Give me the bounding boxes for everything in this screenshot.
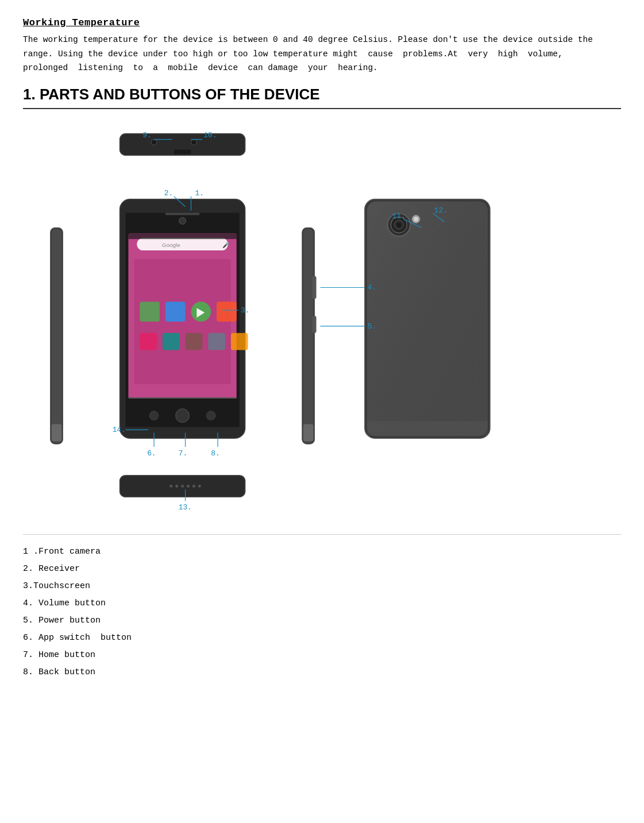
working-temperature-title: Working Temperature <box>23 17 621 28</box>
parts-list: 1 .Front camera 2. Receiver 3.Touchscree… <box>23 534 621 681</box>
list-item: 6. App switch button <box>23 629 621 647</box>
list-item: 4. Volume button <box>23 595 621 612</box>
svg-point-39 <box>198 485 201 488</box>
svg-text:11.: 11. <box>392 211 405 220</box>
svg-rect-13 <box>217 302 237 322</box>
svg-rect-30 <box>174 150 191 154</box>
svg-rect-1 <box>52 229 62 443</box>
svg-text:9.: 9. <box>142 131 151 140</box>
svg-point-34 <box>169 485 172 488</box>
svg-text:Google: Google <box>162 242 180 248</box>
svg-text:4.: 4. <box>368 283 376 292</box>
top-piece <box>120 134 245 156</box>
left-side-view <box>51 227 63 444</box>
svg-rect-17 <box>186 333 203 350</box>
svg-rect-18 <box>208 333 225 350</box>
svg-point-31 <box>151 140 157 145</box>
svg-rect-2 <box>52 424 62 441</box>
svg-text:2.: 2. <box>164 189 173 198</box>
bottom-piece <box>120 476 245 497</box>
svg-rect-19 <box>231 333 248 350</box>
section1-title: 1. PARTS AND BUTTONS OF THE DEVICE <box>23 86 621 109</box>
svg-text:10.: 10. <box>203 131 217 140</box>
svg-text:14.: 14. <box>113 426 126 434</box>
svg-rect-44 <box>303 424 314 441</box>
svg-point-21 <box>179 217 186 224</box>
list-item: 1 .Front camera <box>23 543 621 561</box>
svg-rect-28 <box>128 233 236 239</box>
working-temperature-text: The working temperature for the device i… <box>23 33 621 75</box>
svg-point-32 <box>191 140 196 145</box>
svg-text:1.: 1. <box>195 189 203 198</box>
svg-text:13.: 13. <box>179 503 192 512</box>
svg-rect-16 <box>163 333 180 350</box>
svg-rect-54 <box>367 421 488 436</box>
svg-text:6.: 6. <box>147 449 156 458</box>
svg-rect-43 <box>313 316 317 333</box>
svg-text:3.: 3. <box>241 306 249 315</box>
back-phone-view <box>365 199 490 438</box>
list-item: 5. Power button <box>23 612 621 629</box>
front-phone-view: Google 🎤 <box>120 199 248 438</box>
svg-text:8.: 8. <box>211 449 219 458</box>
svg-text:5.: 5. <box>368 322 376 331</box>
list-item: 7. Home button <box>23 647 621 664</box>
svg-point-35 <box>175 485 178 488</box>
svg-rect-6 <box>137 238 228 250</box>
svg-text:12.: 12. <box>434 206 448 215</box>
svg-rect-11 <box>165 302 186 322</box>
list-item: 8. Back button <box>23 664 621 681</box>
svg-rect-42 <box>313 276 317 299</box>
list-item: 3.Touchscreen <box>23 578 621 595</box>
list-item: 2. Receiver <box>23 561 621 578</box>
svg-rect-10 <box>140 302 160 322</box>
svg-rect-26 <box>125 427 239 437</box>
device-diagram: Google 🎤 <box>23 121 621 523</box>
svg-point-24 <box>149 411 159 420</box>
svg-point-38 <box>192 485 195 488</box>
svg-point-25 <box>206 411 215 420</box>
svg-text:7.: 7. <box>179 449 187 458</box>
svg-point-36 <box>181 485 184 488</box>
svg-text:🎤: 🎤 <box>222 241 230 249</box>
svg-rect-27 <box>125 205 239 213</box>
svg-rect-20 <box>128 397 236 399</box>
right-side-view <box>302 227 317 444</box>
svg-rect-15 <box>140 333 157 350</box>
svg-point-23 <box>176 409 190 423</box>
svg-rect-41 <box>303 229 314 443</box>
svg-rect-53 <box>367 202 488 436</box>
svg-point-37 <box>187 485 190 488</box>
